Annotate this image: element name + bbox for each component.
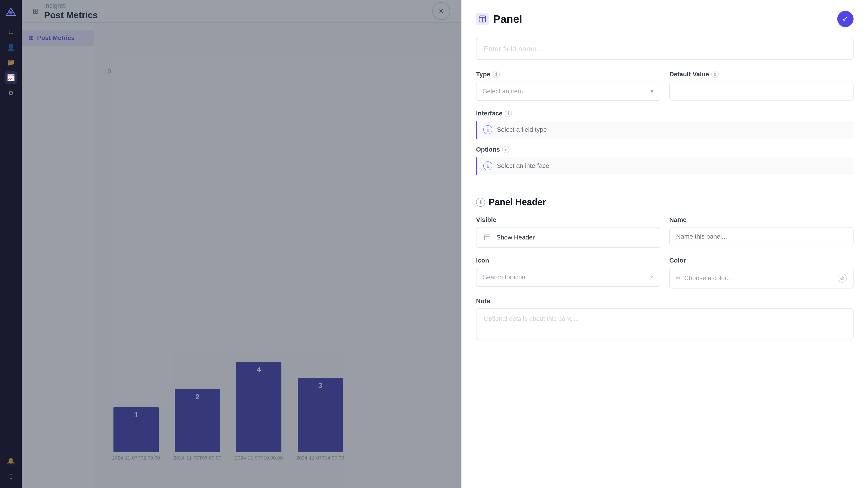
panel-sidebar: Panel ✓ Type ℹ Select an item... ▾ Defau… xyxy=(461,0,868,488)
options-info-icon: ℹ xyxy=(502,146,509,153)
sidebar-item-profile[interactable]: ⬡ xyxy=(4,470,17,483)
panel-header-section-title: ℹ Panel Header xyxy=(476,197,854,207)
section-divider xyxy=(476,186,854,186)
show-header-toggle[interactable]: Show Header xyxy=(476,227,660,248)
note-textarea[interactable] xyxy=(476,308,854,340)
icon-color-row: Icon Search for icon... × Color ✏ Choose… xyxy=(476,257,854,289)
options-info-circle-icon: ℹ xyxy=(483,161,492,170)
color-col: Color ✏ Choose a color... ⊕ xyxy=(669,257,854,289)
default-value-label: Default Value ℹ xyxy=(669,71,854,78)
dimmer-overlay xyxy=(22,0,461,488)
name-label: Name xyxy=(669,216,854,223)
pencil-icon: ✏ xyxy=(676,275,681,281)
svg-rect-5 xyxy=(485,235,490,240)
clear-icon[interactable]: × xyxy=(650,273,653,281)
visible-col: Visible Show Header xyxy=(476,216,660,248)
type-defaultvalue-row: Type ℹ Select an item... ▾ Default Value… xyxy=(476,71,854,101)
main-content: ⊞ Insights Post Metrics × ⊞ Post Metrics… xyxy=(22,0,461,488)
visible-label: Visible xyxy=(476,216,660,223)
app-logo[interactable] xyxy=(4,5,18,20)
default-value-input[interactable] xyxy=(669,82,854,101)
color-input[interactable]: ✏ Choose a color... ⊕ xyxy=(669,268,854,289)
type-info-icon: ℹ xyxy=(493,71,500,78)
icon-search-input[interactable]: Search for icon... × xyxy=(476,268,660,287)
sidebar-item-users[interactable]: 👤 xyxy=(4,41,17,53)
panel-header-info-icon: ℹ xyxy=(476,198,485,207)
sidebar-item-notifications[interactable]: 🔔 xyxy=(4,455,17,467)
sidebar-item-settings[interactable]: ⚙ xyxy=(4,87,17,99)
chevron-down-icon: ▾ xyxy=(650,88,653,95)
svg-point-1 xyxy=(9,11,13,14)
panel-header: Panel ✓ xyxy=(476,11,854,27)
note-label: Note xyxy=(476,297,854,305)
panel-name-input[interactable] xyxy=(669,227,854,246)
color-picker-icon[interactable]: ⊕ xyxy=(838,273,847,283)
color-label: Color xyxy=(669,257,854,264)
sidebar: ⊞ 👤 📁 📈 ⚙ 🔔 ⬡ xyxy=(0,0,22,488)
sidebar-item-home[interactable]: ⊞ xyxy=(4,25,17,38)
show-header-icon xyxy=(483,233,492,242)
interface-info-icon: ℹ xyxy=(505,110,512,117)
interface-info-circle-icon: ℹ xyxy=(483,125,492,134)
interface-info-box: ℹ Select a field type xyxy=(476,121,854,139)
default-value-col: Default Value ℹ xyxy=(669,71,854,101)
sidebar-item-files[interactable]: 📁 xyxy=(4,56,17,69)
type-label: Type ℹ xyxy=(476,71,660,78)
icon-col: Icon Search for icon... × xyxy=(476,257,660,289)
confirm-button[interactable]: ✓ xyxy=(837,11,854,27)
options-info-box: ℹ Select an interface xyxy=(476,157,854,175)
options-label: Options ℹ xyxy=(476,146,854,153)
type-select[interactable]: Select an item... ▾ xyxy=(476,82,660,101)
icon-label: Icon xyxy=(476,257,660,264)
panel-icon xyxy=(476,13,489,25)
type-col: Type ℹ Select an item... ▾ xyxy=(476,71,660,101)
field-name-input[interactable] xyxy=(476,38,854,60)
name-col: Name xyxy=(669,216,854,248)
sidebar-item-insights[interactable]: 📈 xyxy=(4,71,17,84)
visible-name-row: Visible Show Header Name xyxy=(476,216,854,248)
interface-label: Interface ℹ xyxy=(476,110,854,117)
default-value-info-icon: ℹ xyxy=(711,71,719,78)
panel-title: Panel xyxy=(476,13,522,25)
